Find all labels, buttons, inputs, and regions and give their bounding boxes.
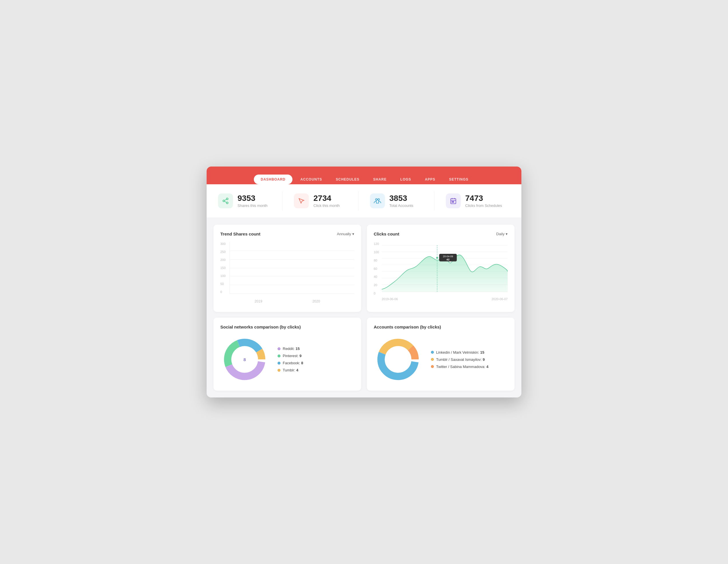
nav-item-accounts[interactable]: ACCOUNTS — [295, 175, 328, 184]
svg-text:20-04-09: 20-04-09 — [443, 255, 453, 258]
accounts-donut-header: Accounts comparison (by clicks) — [374, 324, 508, 329]
y-label-0: 0 — [220, 290, 230, 294]
stat-accounts-text: 3853 Total Accounts — [389, 194, 414, 208]
y-line-0: 0 — [374, 292, 382, 295]
social-donut-chart: 8 — [220, 335, 269, 384]
social-donut-header: Social networks comparison (by clicks) — [220, 324, 354, 329]
accounts-donut-svg — [374, 335, 422, 384]
trend-chart-card: Trend Shares count Annually ▾ 0 50 100 1… — [213, 225, 361, 312]
accounts-donut-section: Linkedin / Mark Velmiskin: 15 Tumblr / S… — [374, 335, 508, 384]
schedule-clicks-icon — [446, 193, 461, 208]
legend-dot-reddit — [278, 347, 280, 350]
accounts-donut-title: Accounts comparison (by clicks) — [374, 324, 441, 329]
chevron-down-icon: ▾ — [352, 232, 354, 236]
legend-dot-pinterest — [278, 355, 280, 357]
chevron-down-icon-2: ▾ — [506, 232, 508, 236]
line-chart-svg: 20-04-09 42 — [382, 242, 508, 295]
accounts-icon — [370, 193, 385, 208]
legend-label-reddit: Reddit: 15 — [283, 347, 300, 351]
app-window: DASHBOARD ACCOUNTS SCHEDULES SHARE LOGS … — [207, 167, 521, 397]
nav: DASHBOARD ACCOUNTS SCHEDULES SHARE LOGS … — [254, 175, 474, 184]
nav-item-settings[interactable]: SETTINGS — [443, 175, 474, 184]
accounts-donut-chart — [374, 335, 422, 384]
y-label-200: 200 — [220, 258, 230, 262]
legend-tumblr: Tumblr: 4 — [278, 368, 303, 372]
svg-rect-12 — [453, 201, 454, 202]
social-donut-section: 8 Reddit: 15 Pinterest: 9 Facebook: 8 — [220, 335, 354, 384]
clicks-chart-filter[interactable]: Daily ▾ — [496, 232, 508, 236]
line-chart: 0 20 40 60 80 100 120 — [374, 242, 508, 305]
nav-item-apps[interactable]: APPS — [419, 175, 441, 184]
accounts-donut-card: Accounts comparison (by clicks) — [367, 318, 515, 391]
y-line-80: 80 — [374, 259, 382, 262]
legend-dot-tumblr — [278, 369, 280, 372]
nav-item-logs[interactable]: LOGS — [395, 175, 417, 184]
legend-label-tumblr: Tumblr: 4 — [283, 368, 298, 372]
y-label-50: 50 — [220, 282, 230, 286]
x-label-2019: 2019 — [255, 299, 262, 303]
y-line-20: 20 — [374, 283, 382, 287]
social-donut-legend: Reddit: 15 Pinterest: 9 Facebook: 8 Tumb… — [278, 347, 303, 372]
trend-chart-title: Trend Shares count — [220, 231, 260, 236]
legend-dot-twitter — [431, 365, 434, 368]
svg-point-2 — [226, 202, 228, 204]
trend-chart-filter[interactable]: Annually ▾ — [337, 232, 354, 236]
stat-schedule-clicks: 7473 Clicks from Schedules — [434, 191, 510, 211]
legend-pinterest: Pinterest: 9 — [278, 354, 303, 358]
svg-point-1 — [223, 200, 225, 202]
main-content: Trend Shares count Annually ▾ 0 50 100 1… — [207, 218, 521, 397]
legend-dot-facebook — [278, 362, 280, 365]
svg-text:8: 8 — [244, 357, 246, 362]
clicks-chart-card: Clicks count Daily ▾ 0 20 40 60 80 100 1… — [367, 225, 515, 312]
stat-clicks: 2734 Click this month — [282, 191, 358, 211]
x-label-2020: 2020 — [312, 299, 320, 303]
legend-reddit: Reddit: 15 — [278, 347, 303, 351]
stat-shares-text: 9353 Shares this month — [238, 194, 268, 208]
clicks-chart-header: Clicks count Daily ▾ — [374, 231, 508, 236]
legend-label-facebook: Facebook: 8 — [283, 361, 303, 365]
stat-schedule-clicks-number: 7473 — [465, 194, 502, 203]
trend-chart-header: Trend Shares count Annually ▾ — [220, 231, 354, 236]
y-label-150: 150 — [220, 266, 230, 270]
legend-dot-tumblr-acc — [431, 358, 434, 361]
y-line-100: 100 — [374, 250, 382, 254]
shares-icon — [218, 193, 233, 208]
legend-facebook: Facebook: 8 — [278, 361, 303, 365]
stat-clicks-text: 2734 Click this month — [313, 194, 340, 208]
y-label-250: 250 — [220, 250, 230, 254]
stat-accounts-number: 3853 — [389, 194, 414, 203]
y-line-60: 60 — [374, 267, 382, 270]
svg-point-22 — [436, 257, 438, 259]
y-line-120: 120 — [374, 242, 382, 246]
stat-shares-label: Shares this month — [238, 203, 268, 208]
svg-line-4 — [225, 199, 227, 201]
social-donut-svg: 8 — [220, 335, 269, 384]
nav-item-dashboard[interactable]: DASHBOARD — [254, 175, 292, 184]
legend-dot-linkedin — [431, 351, 434, 354]
clicks-icon — [294, 193, 309, 208]
x-line-label-end: 2020-06-07 — [492, 297, 508, 301]
stat-schedule-clicks-text: 7473 Clicks from Schedules — [465, 194, 502, 208]
y-label-300: 300 — [220, 242, 230, 246]
social-donut-card: Social networks comparison (by clicks) 8 — [213, 318, 361, 391]
svg-point-35 — [387, 349, 409, 371]
accounts-donut-legend: Linkedin / Mark Velmiskin: 15 Tumblr / S… — [431, 350, 488, 369]
stat-schedule-clicks-label: Clicks from Schedules — [465, 203, 502, 208]
legend-tumblr-acc: Tumblr / Saxavat Ismayilov: 9 — [431, 357, 488, 362]
stat-shares-number: 9353 — [238, 194, 268, 203]
social-donut-title: Social networks comparison (by clicks) — [220, 324, 301, 329]
svg-text:42: 42 — [446, 258, 450, 261]
stat-clicks-label: Click this month — [313, 203, 340, 208]
stats-bar: 9353 Shares this month 2734 Click this m… — [207, 184, 521, 218]
nav-item-share[interactable]: SHARE — [367, 175, 392, 184]
x-line-label-start: 2019-06-06 — [382, 297, 398, 301]
nav-item-schedules[interactable]: SCHEDULES — [330, 175, 365, 184]
legend-linkedin: Linkedin / Mark Velmiskin: 15 — [431, 350, 488, 355]
legend-label-linkedin: Linkedin / Mark Velmiskin: 15 — [436, 350, 484, 355]
bar-chart: 0 50 100 150 200 250 300 — [220, 242, 354, 305]
svg-line-3 — [225, 201, 227, 203]
clicks-chart-title: Clicks count — [374, 231, 399, 236]
stat-accounts: 3853 Total Accounts — [358, 191, 434, 211]
legend-label-twitter: Twitter / Sabina Mammadova: 4 — [436, 365, 488, 369]
stat-clicks-number: 2734 — [313, 194, 340, 203]
